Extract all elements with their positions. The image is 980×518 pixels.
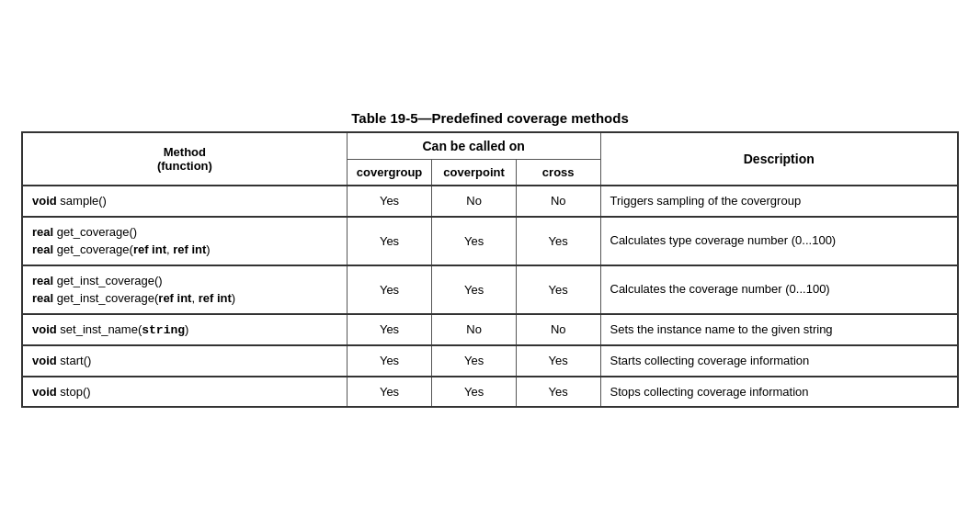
covergroup-value: Yes — [347, 345, 432, 377]
covergroup-value: Yes — [347, 186, 432, 217]
cross-value: Yes — [516, 345, 600, 377]
cross-value: Yes — [516, 377, 600, 408]
table-container: Table 19-5—Predefined coverage methods M… — [21, 110, 959, 408]
cross-header: cross — [516, 160, 600, 186]
method-cell: void sample() — [22, 186, 347, 217]
description-cell: Starts collecting coverage information — [600, 345, 958, 377]
table-row: void set_inst_name(string)YesNoNoSets th… — [22, 314, 958, 346]
method-cell: real get_inst_coverage()real get_inst_co… — [22, 265, 347, 314]
method-cell: real get_coverage()real get_coverage(ref… — [22, 217, 347, 265]
coverpoint-value: Yes — [432, 345, 517, 377]
table-row: void sample()YesNoNoTriggers sampling of… — [22, 186, 958, 217]
coverpoint-value: Yes — [432, 377, 517, 408]
covergroup-value: Yes — [347, 265, 432, 314]
table-row: real get_inst_coverage()real get_inst_co… — [22, 265, 958, 314]
description-header: Description — [600, 132, 958, 186]
table-row: real get_coverage()real get_coverage(ref… — [22, 217, 958, 265]
method-cell: void start() — [22, 345, 347, 377]
description-cell: Calculates type coverage number (0...100… — [600, 217, 958, 265]
cross-value: Yes — [516, 265, 600, 314]
method-cell: void stop() — [22, 377, 347, 408]
table-title: Table 19-5—Predefined coverage methods — [21, 110, 959, 126]
can-be-called-header: Can be called on — [347, 132, 600, 160]
cross-value: No — [516, 186, 600, 217]
coverpoint-header: coverpoint — [432, 160, 517, 186]
covergroup-header: covergroup — [347, 160, 432, 186]
table-row: void start()YesYesYesStarts collecting c… — [22, 345, 958, 377]
cross-value: No — [516, 314, 600, 346]
covergroup-value: Yes — [347, 377, 432, 408]
description-cell: Calculates the coverage number (0...100) — [600, 265, 958, 314]
coverpoint-value: Yes — [432, 217, 517, 265]
cross-value: Yes — [516, 217, 600, 265]
coverpoint-value: Yes — [432, 265, 517, 314]
method-cell: void set_inst_name(string) — [22, 314, 347, 346]
coverpoint-value: No — [432, 186, 517, 217]
description-cell: Triggers sampling of the covergroup — [600, 186, 958, 217]
coverpoint-value: No — [432, 314, 517, 346]
table-row: void stop()YesYesYesStops collecting cov… — [22, 377, 958, 408]
description-cell: Stops collecting coverage information — [600, 377, 958, 408]
coverage-methods-table: Method(function) Can be called on Descri… — [21, 131, 959, 408]
covergroup-value: Yes — [347, 314, 432, 346]
method-header: Method(function) — [22, 132, 347, 186]
covergroup-value: Yes — [347, 217, 432, 265]
description-cell: Sets the instance name to the given stri… — [600, 314, 958, 346]
